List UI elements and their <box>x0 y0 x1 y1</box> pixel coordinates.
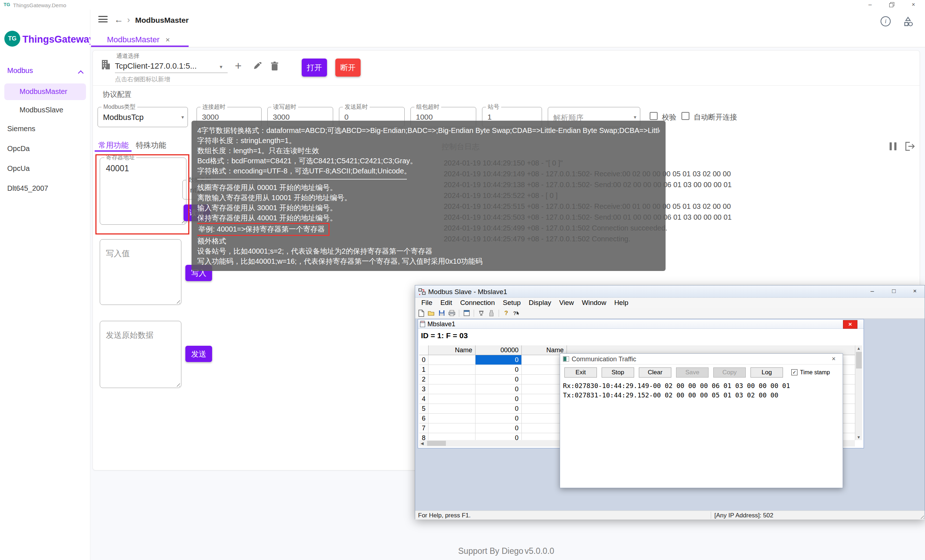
vertical-scrollbar[interactable]: ▲ ▼ <box>855 345 862 440</box>
value-cell-selected[interactable]: 0 <box>476 355 522 365</box>
menu-window[interactable]: Window <box>578 299 610 307</box>
context-help-icon[interactable]: ? <box>512 309 520 317</box>
menu-file[interactable]: File <box>417 299 437 307</box>
export-log-icon[interactable] <box>905 142 915 152</box>
sidebar-item-opcda[interactable]: OpcDa <box>7 145 30 153</box>
toolbar-separator <box>499 310 499 317</box>
verify-checkbox[interactable] <box>650 112 658 120</box>
value-cell[interactable]: 0 <box>476 375 522 384</box>
new-file-icon[interactable] <box>417 309 425 317</box>
resize-handle-icon[interactable] <box>176 382 180 387</box>
resize-grip-icon[interactable] <box>919 514 924 519</box>
print-icon[interactable] <box>448 309 456 317</box>
value-cell[interactable]: 0 <box>476 433 522 440</box>
exit-button[interactable]: Exit <box>564 367 597 378</box>
resize-handle-icon[interactable] <box>176 299 180 304</box>
menu-view[interactable]: View <box>555 299 578 307</box>
name-cell[interactable] <box>429 384 476 394</box>
name-cell[interactable] <box>429 404 476 414</box>
scroll-up-icon[interactable]: ▲ <box>857 346 861 351</box>
scroll-thumb[interactable] <box>427 441 446 446</box>
clear-button[interactable]: Clear <box>639 367 671 378</box>
save-file-icon[interactable] <box>438 309 446 317</box>
components-icon[interactable] <box>902 16 914 29</box>
add-channel-icon[interactable]: + <box>235 59 242 72</box>
chevron-down-icon[interactable]: ▾ <box>220 63 223 70</box>
open-file-icon[interactable] <box>428 309 435 317</box>
sidebar-item-opcua[interactable]: OpcUa <box>7 164 30 173</box>
field-value: ModbusTcp <box>103 113 144 122</box>
name-cell[interactable] <box>429 433 476 440</box>
name-cell[interactable] <box>429 365 476 375</box>
pause-icon[interactable] <box>890 142 896 150</box>
value-cell[interactable]: 0 <box>476 414 522 423</box>
tooltip-divider <box>197 179 407 179</box>
grid-header-name[interactable]: Name <box>429 345 476 355</box>
traffic-tx-line: Tx:027831-10:44:29.152-00 02 00 00 00 05… <box>563 391 778 399</box>
slave-minimize-icon[interactable]: – <box>864 286 881 296</box>
tab-special-functions[interactable]: 特殊功能 <box>136 140 166 150</box>
tab-common-functions[interactable]: 常用功能 <box>98 140 129 150</box>
grid-header-00000[interactable]: 00000 <box>476 345 522 355</box>
name-cell[interactable] <box>429 394 476 404</box>
dialog-titlebar[interactable]: Communication Traffic × <box>560 354 843 364</box>
sidebar-item-siemens[interactable]: Siemens <box>7 125 35 133</box>
open-button[interactable]: 打开 <box>302 59 327 77</box>
value-cell[interactable]: 0 <box>476 394 522 404</box>
disconnect-button[interactable]: 断开 <box>335 59 361 77</box>
tooltip-line: 线圈寄存器使用从 00001 开始的地址编号。 <box>197 182 660 193</box>
back-arrow-icon[interactable]: ← <box>114 15 123 25</box>
sidebar-group-modbus[interactable]: Modbus <box>7 66 33 75</box>
menu-help[interactable]: Help <box>610 299 632 307</box>
communication-traffic-icon[interactable] <box>477 309 485 317</box>
help-icon[interactable]: ? <box>502 309 510 317</box>
send-button[interactable]: 发送 <box>185 346 212 362</box>
value-cell[interactable]: 0 <box>476 365 522 375</box>
write-value-input[interactable]: 写入值 <box>100 239 181 305</box>
info-icon[interactable]: i <box>881 16 891 26</box>
registers-view-icon[interactable] <box>487 309 496 317</box>
menu-setup[interactable]: Setup <box>499 299 525 307</box>
name-cell[interactable] <box>429 375 476 384</box>
value-cell[interactable]: 0 <box>476 423 522 433</box>
slave-maximize-icon[interactable]: □ <box>886 286 902 296</box>
send-raw-input[interactable]: 发送原始数据 <box>100 321 181 388</box>
window-close-icon[interactable]: × <box>905 0 922 9</box>
field-modbus-type[interactable]: Modbus类型 ModbusTcp ▾ <box>98 107 188 127</box>
menu-display[interactable]: Display <box>525 299 555 307</box>
slave-titlebar[interactable]: Modbus Slave - Mbslave1 – □ × <box>415 285 925 298</box>
delete-channel-icon[interactable] <box>270 62 279 72</box>
menu-toggle-icon[interactable] <box>98 16 108 23</box>
name-cell[interactable] <box>429 355 476 365</box>
window-minimize-icon[interactable]: – <box>862 0 879 9</box>
send-raw-placeholder: 发送原始数据 <box>106 330 154 341</box>
sidebar-item-dlt645[interactable]: Dlt645_2007 <box>7 184 48 193</box>
slave-close-icon[interactable]: × <box>907 286 923 296</box>
value-cell[interactable]: 0 <box>476 404 522 414</box>
menu-connection[interactable]: Connection <box>456 299 499 307</box>
menu-edit[interactable]: Edit <box>437 299 456 307</box>
scroll-left-icon[interactable]: ◀ <box>420 441 423 446</box>
name-cell[interactable] <box>429 414 476 423</box>
favicon-tg: TG <box>4 2 10 7</box>
value-cell[interactable]: 0 <box>476 384 522 394</box>
channel-hint: 点击右侧图标以新增 <box>115 75 170 83</box>
doc-close-icon[interactable]: × <box>843 320 857 329</box>
channel-select-value[interactable]: TcpClient-127.0.0.1:5... <box>115 62 197 71</box>
window-restore-icon[interactable] <box>883 0 901 9</box>
tab-modbusmaster[interactable]: ModbusMaster <box>107 35 160 44</box>
dialog-close-icon[interactable]: × <box>832 355 836 363</box>
display-settings-icon[interactable] <box>462 309 470 317</box>
edit-channel-icon[interactable] <box>253 62 262 72</box>
autodisconnect-checkbox[interactable] <box>681 112 689 120</box>
scroll-down-icon[interactable]: ▼ <box>857 435 861 439</box>
scroll-thumb[interactable] <box>856 352 862 369</box>
tab-close-icon[interactable]: × <box>166 35 170 44</box>
stop-button[interactable]: Stop <box>602 367 634 378</box>
log-button[interactable]: Log <box>750 367 783 378</box>
sidebar-item-modbusslave[interactable]: ModbusSlave <box>20 106 63 114</box>
sidebar-item-modbusmaster[interactable]: ModbusMaster <box>5 83 86 100</box>
doc-titlebar[interactable]: Mbslave1 <box>418 319 863 329</box>
timestamp-checkbox[interactable]: ✓ <box>791 369 797 375</box>
name-cell[interactable] <box>429 423 476 433</box>
